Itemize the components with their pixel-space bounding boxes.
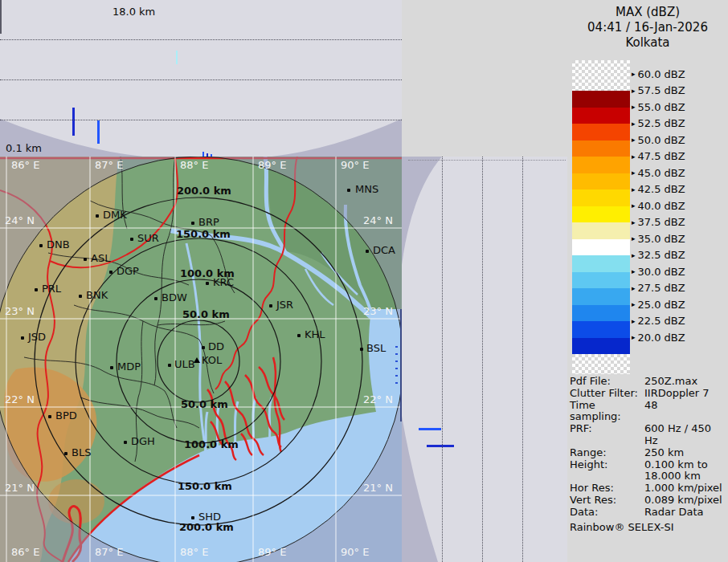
- ns-projection-canvas: [402, 157, 567, 562]
- city-mns: MNS: [355, 184, 378, 195]
- longitude-label-bottom: 90° E: [341, 547, 369, 558]
- radar-display-window: 18.0 km 0.1 km: [0, 0, 728, 562]
- legend-swatch: [572, 157, 630, 173]
- legend-tick-arrow-icon: ▸: [632, 300, 636, 308]
- legend-sidebar: MAX (dBZ) 04:41 / 16-Jan-2026 Kolkata ▸6…: [567, 0, 728, 562]
- legend-value-label: 57.5 dBZ: [638, 84, 685, 96]
- legend-tick-arrow-icon: ▸: [632, 267, 636, 275]
- city-marker-dot: [64, 452, 67, 455]
- longitude-label-top: 89° E: [258, 160, 286, 171]
- map-labels-layer: 86° E86° E87° E87° E88° E88° E89° E89° E…: [0, 157, 402, 562]
- latitude-label-left: 22° N: [5, 394, 35, 405]
- echo-column: [419, 428, 441, 430]
- city-mdp: MDP: [117, 361, 141, 373]
- city-dca: DCA: [373, 245, 395, 256]
- city-dmk: DMK: [103, 210, 127, 221]
- city-krc: KRC: [213, 277, 234, 288]
- metadata-row: Pdf File:250Z.max: [570, 376, 727, 388]
- latitude-label-left: 23° N: [5, 306, 35, 317]
- city-bls: BLS: [72, 447, 91, 458]
- ew-height-projection-panel: [0, 0, 402, 157]
- ew-projection-canvas: [0, 0, 402, 157]
- city-marker-dot: [191, 222, 194, 225]
- city-marker-dot: [84, 258, 87, 261]
- city-marker-dot: [21, 336, 24, 340]
- legend-tick-arrow-icon: ▸: [632, 317, 636, 325]
- metadata-label: Range:: [570, 447, 644, 459]
- legend-entry: ▸60.0 dBZ: [632, 67, 685, 81]
- latitude-label-right: 22° N: [363, 394, 393, 405]
- out-of-range-wedge: [402, 416, 438, 562]
- city-marker-dot: [366, 250, 369, 253]
- panel-border: [408, 160, 566, 161]
- height-gridline: [482, 157, 483, 562]
- legend-value-label: 22.5 dBZ: [638, 315, 685, 327]
- city-bsl: BSL: [366, 343, 386, 354]
- range-ring-label: 100.0 km: [184, 439, 239, 450]
- legend-swatch: [572, 140, 630, 157]
- city-marker-dot: [269, 304, 272, 307]
- range-ring-label: 200.0 km: [179, 522, 234, 533]
- legend-value-label: 50.0 dBZ: [638, 134, 685, 146]
- radar-plan-view-map: 86° E86° E87° E87° E88° E88° E89° E89° E…: [0, 157, 402, 562]
- height-gridline: [0, 120, 402, 120]
- legend-entry: ▸55.0 dBZ: [632, 100, 685, 114]
- legend-entry: ▸22.5 dBZ: [632, 314, 685, 328]
- legend-swatch: [572, 206, 630, 223]
- height-gridline: [0, 39, 402, 40]
- legend-swatch: [572, 91, 630, 108]
- legend-value-label: 25.0 dBZ: [638, 299, 685, 311]
- legend-tick-arrow-icon: ▸: [632, 120, 636, 128]
- min-height-label: 0.1 km: [6, 142, 42, 154]
- legend-entry: ▸52.5 dBZ: [632, 116, 685, 131]
- legend-swatch-below-min: [572, 354, 630, 374]
- legend-swatch: [572, 288, 630, 305]
- metadata-label: Hor Res:: [570, 483, 644, 495]
- city-shd: SHD: [198, 511, 221, 523]
- city-dnb: DNB: [47, 239, 70, 250]
- legend-tick-arrow-icon: ▸: [632, 234, 636, 242]
- city-jsd: JSD: [28, 332, 46, 343]
- city-brp: BRP: [198, 217, 219, 228]
- longitude-label-bottom: 88° E: [180, 547, 208, 558]
- legend-tick-arrow-icon: ▸: [632, 153, 636, 161]
- radar-site-label: KOL: [202, 355, 222, 366]
- latitude-label-right: 23° N: [363, 306, 393, 317]
- echo-column: [176, 51, 178, 64]
- city-marker-dot: [130, 238, 133, 241]
- range-ring-label: 50.0 km: [182, 309, 230, 320]
- longitude-label-top: 90° E: [341, 160, 369, 171]
- city-jsr: JSR: [276, 299, 293, 311]
- range-ring-label: 50.0 km: [181, 399, 228, 410]
- metadata-label: Clutter Filter:: [570, 388, 644, 400]
- legend-tick-arrow-icon: ▸: [632, 169, 636, 177]
- legend-entry: ▸30.0 dBZ: [632, 264, 685, 279]
- legend-swatch: [572, 321, 630, 338]
- metadata-value: 48: [644, 400, 658, 424]
- metadata-label: Pdf File:: [570, 376, 644, 388]
- city-khl: KHL: [305, 329, 325, 340]
- axis-tick: [0, 0, 2, 34]
- city-marker-dot: [202, 346, 205, 349]
- latitude-label-right: 21° N: [363, 483, 393, 494]
- metadata-row: Height:0.100 km to 18.000 km: [570, 459, 727, 483]
- metadata-label: PRF:: [570, 423, 644, 447]
- legend-tick-arrow-icon: ▸: [632, 284, 636, 292]
- product-datetime: 04:41 / 16-Jan-2026: [567, 20, 728, 35]
- city-marker-dot: [48, 415, 51, 418]
- legend-value-label: 35.0 dBZ: [638, 233, 685, 245]
- ns-height-projection-panel: [402, 157, 567, 562]
- legend-value-label: 55.0 dBZ: [638, 101, 685, 113]
- city-prl: PRL: [42, 283, 61, 295]
- city-marker-dot: [39, 244, 43, 247]
- latitude-label-left: 24° N: [5, 215, 35, 226]
- metadata-label: Data:: [570, 507, 644, 519]
- metadata-value: 0.100 km to 18.000 km: [644, 459, 708, 483]
- echo-column: [97, 120, 100, 144]
- metadata-row: Data:Radar Data: [570, 507, 727, 519]
- city-ulb: ULB: [174, 359, 195, 370]
- city-sur: SUR: [137, 233, 159, 244]
- longitude-label-top: 88° E: [180, 160, 208, 171]
- city-dd: DD: [208, 341, 224, 352]
- station-name: Kolkata: [567, 35, 728, 50]
